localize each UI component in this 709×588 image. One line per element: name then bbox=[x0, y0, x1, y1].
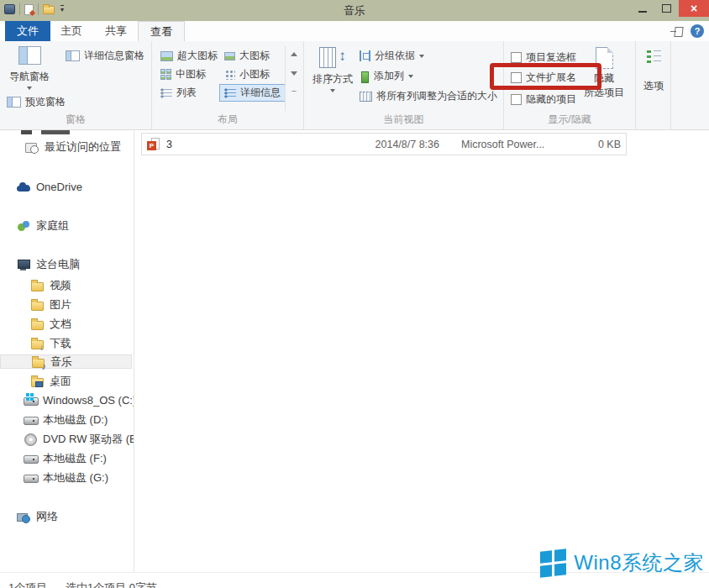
hide-selected-label-line1: 隐藏 bbox=[594, 71, 614, 86]
view-list[interactable]: 列表 bbox=[160, 86, 197, 100]
explorer-app-icon[interactable] bbox=[4, 4, 15, 14]
sidebar-item-drive-d[interactable]: 本地磁盘 (D:) bbox=[24, 412, 108, 427]
file-extensions-option[interactable]: 文件扩展名 bbox=[511, 71, 576, 85]
group-by-button[interactable]: 分组依据 bbox=[360, 49, 424, 63]
system-drive-icon bbox=[24, 394, 37, 407]
details-pane-button[interactable]: 详细信息窗格 bbox=[66, 49, 144, 63]
properties-icon[interactable] bbox=[24, 4, 34, 15]
view-extra-large-icons[interactable]: 超大图标 bbox=[160, 49, 218, 63]
layout-scroll-up-button[interactable] bbox=[289, 49, 299, 59]
local-disk-icon bbox=[24, 452, 37, 465]
caption-buttons: × bbox=[630, 0, 709, 17]
close-button[interactable]: × bbox=[679, 0, 709, 17]
checkbox-unchecked[interactable] bbox=[511, 72, 522, 83]
layout-scroll-down-button[interactable] bbox=[289, 68, 299, 78]
this-pc-icon bbox=[17, 258, 30, 271]
sidebar-item-videos[interactable]: 视频 bbox=[30, 278, 71, 292]
size-all-columns-button[interactable]: 将所有列调整为合适的大小 bbox=[360, 89, 497, 103]
hide-selected-items-button[interactable]: 隐藏 所选项目 bbox=[575, 47, 633, 100]
ribbon-group-options: 选项 bbox=[636, 41, 671, 129]
view-small-icons[interactable]: 小图标 bbox=[224, 67, 270, 81]
sort-updown-icon: ↕ bbox=[339, 47, 346, 66]
file-name-cell: P 3 bbox=[142, 138, 355, 151]
sidebar-item-dvd-drive[interactable]: DVD RW 驱动器 (E bbox=[24, 432, 134, 446]
maximize-button[interactable] bbox=[654, 0, 679, 17]
powerpoint-file-icon: P bbox=[147, 138, 160, 151]
title-bar: ▾ 音乐 × bbox=[0, 0, 709, 21]
sidebar-item-pictures[interactable]: 图片 bbox=[30, 297, 71, 312]
layout-scroll-column bbox=[285, 46, 286, 111]
chevron-down-icon bbox=[27, 87, 32, 90]
hidden-items-label: 隐藏的项目 bbox=[526, 92, 576, 107]
view-large-icons[interactable]: 大图标 bbox=[224, 49, 270, 63]
hidden-items-option[interactable]: 隐藏的项目 bbox=[511, 92, 576, 107]
sidebar-item-drive-f[interactable]: 本地磁盘 (F:) bbox=[24, 451, 107, 465]
sidebar-item-this-pc[interactable]: 这台电脑 bbox=[17, 257, 80, 271]
file-date-modified: 2014/8/7 8:36 bbox=[355, 139, 439, 150]
add-columns-button[interactable]: 添加列 bbox=[360, 69, 413, 83]
size-all-columns-label: 将所有列调整为合适的大小 bbox=[376, 89, 497, 103]
details-view-label: 详细信息 bbox=[240, 86, 281, 100]
minimize-button[interactable] bbox=[630, 0, 654, 17]
window-title: 音乐 bbox=[344, 3, 365, 18]
local-disk-icon bbox=[24, 471, 37, 485]
sidebar-item-recent-places[interactable]: 最近访问的位置 bbox=[25, 139, 121, 154]
tab-file[interactable]: 文件 bbox=[5, 21, 50, 41]
options-icon bbox=[646, 49, 662, 65]
ribbon: 导航窗格 详细信息窗格 预览窗格 窗格 超大图标 大图标 中图标 小图标 bbox=[0, 41, 709, 130]
sidebar-item-onedrive[interactable]: OneDrive bbox=[17, 180, 82, 194]
sidebar-item-drive-g[interactable]: 本地磁盘 (G:) bbox=[24, 470, 108, 485]
preview-pane-button[interactable]: 预览窗格 bbox=[7, 95, 66, 109]
sidebar-item-drive-c[interactable]: Windows8_OS (C:) bbox=[24, 393, 134, 407]
view-medium-icons[interactable]: 中图标 bbox=[160, 67, 206, 81]
ppt-letter: P bbox=[147, 141, 156, 150]
group-by-label: 分组依据 bbox=[375, 49, 415, 63]
sidebar-item-label: 桌面 bbox=[50, 374, 71, 389]
navigation-pane-icon bbox=[18, 46, 41, 65]
sidebar-item-label: 这台电脑 bbox=[36, 257, 80, 272]
item-checkboxes-option[interactable]: 项目复选框 bbox=[511, 50, 576, 65]
file-extensions-label: 文件扩展名 bbox=[526, 71, 576, 85]
download-arrow-overlay: ↓ bbox=[39, 343, 44, 352]
navigation-pane-button[interactable]: 导航窗格 bbox=[5, 46, 54, 90]
file-row[interactable]: P 3 2014/8/7 8:36 Microsoft Power... 0 K… bbox=[141, 133, 627, 155]
large-icons-icon bbox=[224, 52, 235, 60]
music-folder-icon: ♪ bbox=[31, 355, 45, 369]
group-label-current-view: 当前视图 bbox=[304, 113, 503, 127]
sidebar-item-documents[interactable]: 文档 bbox=[30, 317, 71, 331]
view-details-selected[interactable]: 详细信息 bbox=[219, 84, 286, 102]
chevron-down-icon bbox=[408, 75, 413, 78]
checkbox-unchecked[interactable] bbox=[511, 52, 522, 63]
sidebar-item-downloads[interactable]: ↓ 下载 bbox=[30, 336, 71, 350]
help-icon[interactable]: ? bbox=[691, 24, 704, 38]
sidebar-item-desktop[interactable]: 桌面 bbox=[30, 374, 71, 388]
status-items-count: 1个项目 bbox=[8, 580, 47, 588]
sidebar-item-label: 网络 bbox=[36, 509, 58, 524]
sidebar-item-label: 本地磁盘 (D:) bbox=[43, 412, 108, 428]
tab-share[interactable]: 共享 bbox=[93, 21, 139, 41]
navigation-pane-label: 导航窗格 bbox=[9, 70, 50, 84]
sidebar-item-homegroup[interactable]: 家庭组 bbox=[17, 218, 69, 233]
sidebar-item-network[interactable]: 网络 bbox=[17, 509, 58, 523]
layout-more-button[interactable] bbox=[289, 87, 299, 97]
qat-customize-dropdown-icon[interactable]: ▾ bbox=[60, 5, 64, 13]
details-pane-label: 详细信息窗格 bbox=[84, 49, 144, 63]
sidebar-item-music-selected[interactable]: ♪ 音乐 bbox=[0, 354, 132, 369]
file-type: Microsoft Power... bbox=[439, 139, 565, 150]
new-folder-icon[interactable] bbox=[43, 6, 55, 14]
options-button[interactable]: 选项 bbox=[639, 49, 668, 93]
watermark-text: Win8系统之家 bbox=[574, 549, 704, 576]
network-icon bbox=[17, 510, 30, 523]
qat-separator bbox=[19, 3, 20, 15]
checkbox-unchecked[interactable] bbox=[511, 94, 522, 105]
navigation-pane: 最近访问的位置 OneDrive 家庭组 这台电脑 视频 图片 文档 ↓ 下载 … bbox=[0, 130, 134, 573]
sort-by-button[interactable]: ↕ 排序方式 bbox=[309, 47, 356, 92]
tab-view[interactable]: 查看 bbox=[138, 21, 185, 41]
pin-ribbon-icon[interactable] bbox=[670, 27, 683, 36]
large-icons-label: 大图标 bbox=[239, 49, 270, 63]
tab-home[interactable]: 主页 bbox=[49, 21, 94, 41]
recent-places-icon bbox=[25, 140, 39, 154]
desktop-folder-icon bbox=[30, 375, 44, 388]
pictures-folder-icon bbox=[30, 298, 44, 312]
ribbon-group-current-view: ↕ 排序方式 分组依据 添加列 将所有列调整为合适的大小 当前视图 bbox=[304, 41, 504, 129]
